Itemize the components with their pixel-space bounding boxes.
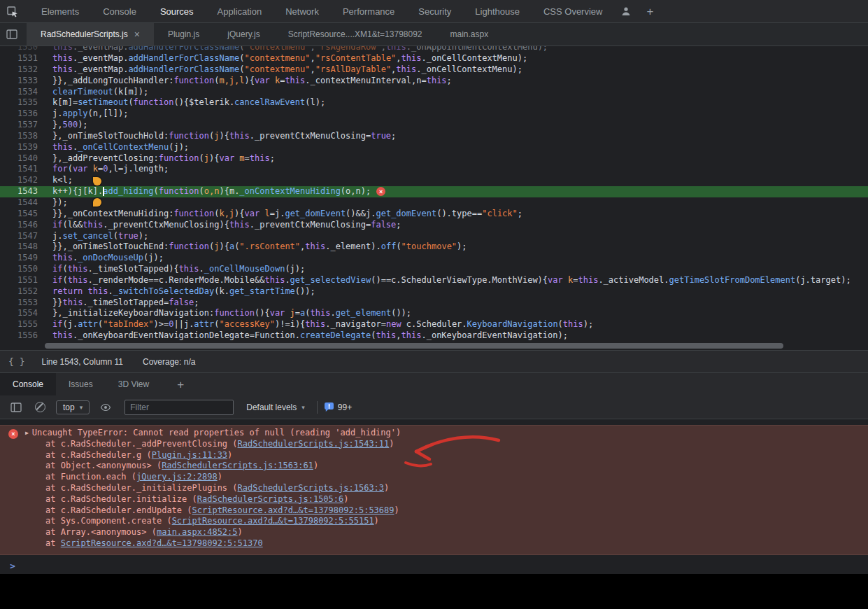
tab-elements[interactable]: Elements: [29, 0, 91, 22]
stack-frame-link[interactable]: RadSchedulerScripts.js:1563:61: [162, 461, 313, 470]
line-number[interactable]: 1538: [0, 131, 43, 142]
line-number[interactable]: 1535: [0, 97, 43, 108]
line-number[interactable]: 1555: [0, 319, 43, 330]
log-levels-select[interactable]: Default levels ▾: [241, 402, 311, 412]
line-number[interactable]: 1552: [0, 286, 43, 298]
code-line-1550[interactable]: 1550if(this._timeSlotTapped){this._onCel…: [0, 264, 868, 275]
line-number[interactable]: 1537: [0, 120, 43, 131]
line-number[interactable]: 1553: [0, 298, 43, 309]
line-number[interactable]: 1541: [0, 164, 43, 175]
pretty-print-button[interactable]: { }: [0, 356, 24, 367]
code-line-1530[interactable]: 1530this._eventMap.addHandlerForClassNam…: [0, 46, 868, 53]
line-number[interactable]: 1543: [0, 186, 43, 197]
file-tab-jquery-js[interactable]: jQuery.js: [213, 23, 273, 46]
file-tab-main-aspx[interactable]: main.aspx: [436, 23, 503, 46]
code-line-1541[interactable]: 1541for(var k=0,l=j.length;: [0, 164, 868, 175]
code-line-1535[interactable]: 1535k[m]=setTimeout(function(){$telerik.…: [0, 97, 868, 108]
tab-network[interactable]: Network: [273, 0, 331, 22]
line-number[interactable]: 1544: [0, 197, 43, 209]
navigator-toggle-button[interactable]: [0, 24, 24, 44]
stack-frame-link[interactable]: main.aspx:4852:5: [157, 527, 238, 537]
stack-frame-link[interactable]: RadSchedulerScripts.js:1563:3: [238, 483, 385, 493]
code-line-1544[interactable]: 1544});: [0, 197, 868, 209]
line-number[interactable]: 1534: [0, 87, 43, 98]
drawer-tab-issues[interactable]: Issues: [56, 373, 106, 396]
javascript-context-select[interactable]: top ▾: [56, 400, 90, 414]
more-tools-button[interactable]: +: [638, 1, 662, 21]
clear-console-button[interactable]: [28, 398, 52, 417]
tab-console[interactable]: Console: [91, 0, 148, 22]
file-tab-plugin-js[interactable]: Plugin.js: [154, 23, 213, 46]
stack-frame-link[interactable]: ScriptResource.axd?d…&t=13798092:5:53689: [192, 505, 394, 515]
profile-button[interactable]: [614, 1, 638, 21]
line-number[interactable]: 1539: [0, 142, 43, 153]
code-line-1553[interactable]: 1553}}this._timeSlotTapped=false;: [0, 298, 868, 309]
line-number[interactable]: 1546: [0, 220, 43, 231]
stack-frame-link[interactable]: Plugin.js:11:33: [152, 450, 227, 460]
line-number[interactable]: 1554: [0, 308, 43, 319]
line-number[interactable]: 1549: [0, 253, 43, 264]
code-line-1543[interactable]: 1543k++){j[k].add_hiding(function(o,n){m…: [0, 186, 868, 197]
code-line-1537[interactable]: 1537},500);: [0, 120, 868, 131]
stack-frame-link[interactable]: RadSchedulerScripts.js:1543:11: [238, 439, 390, 449]
stack-frame-link[interactable]: RadSchedulerScripts.js:1505:6: [197, 494, 344, 504]
code-line-1555[interactable]: 1555if(j.attr("tabIndex")>=0||j.attr("ac…: [0, 319, 868, 330]
selection-handle-start[interactable]: [93, 177, 101, 186]
line-number[interactable]: 1548: [0, 241, 43, 253]
tab-sources[interactable]: Sources: [148, 0, 206, 22]
stack-frame-link[interactable]: ScriptResource.axd?d…&t=13798092:5:55151: [172, 516, 374, 526]
selection-handle-end[interactable]: [93, 198, 101, 206]
line-number[interactable]: 1536: [0, 108, 43, 120]
drawer-tab-console[interactable]: Console: [0, 373, 56, 396]
line-number[interactable]: 1550: [0, 264, 43, 275]
close-icon[interactable]: ×: [134, 29, 140, 39]
line-number[interactable]: 1532: [0, 64, 43, 76]
code-line-1549[interactable]: 1549this._onDocMouseUp(j);: [0, 253, 868, 264]
filter-input[interactable]: [124, 400, 234, 415]
code-line-1554[interactable]: 1554},_initializeKeyboardNavigation:func…: [0, 308, 868, 319]
issues-counter[interactable]: 99+: [324, 402, 352, 412]
code-line-1545[interactable]: 1545}},_onContextMenuHiding:function(k,j…: [0, 209, 868, 220]
file-tab-radschedulerscripts-js[interactable]: RadSchedulerScripts.js×: [27, 23, 154, 46]
code-line-1532[interactable]: 1532this._eventMap.addHandlerForClassNam…: [0, 64, 868, 76]
code-line-1542[interactable]: 1542k<l;: [0, 175, 868, 186]
drawer-tab-3d-view[interactable]: 3D View: [106, 373, 162, 396]
stack-frame-link[interactable]: jQuery.js:2:2898: [136, 472, 218, 482]
code-line-1540[interactable]: 1540},_addPreventClosing:function(j){var…: [0, 153, 868, 164]
inline-error-badge[interactable]: ×: [376, 187, 385, 196]
horizontal-scrollbar[interactable]: [0, 342, 868, 350]
code-line-1548[interactable]: 1548}},_onTimeSlotTouchEnd:function(j){a…: [0, 241, 868, 253]
live-expression-button[interactable]: [94, 398, 118, 417]
source-editor[interactable]: 1530this._eventMap.addHandlerForClassNam…: [0, 46, 868, 342]
tab-security[interactable]: Security: [406, 0, 463, 22]
line-number[interactable]: 1540: [0, 153, 43, 164]
code-line-1533[interactable]: 1533}},_addLongTouchHandler:function(m,j…: [0, 76, 868, 87]
file-tab-scriptresource-xm1-t-13798092[interactable]: ScriptResource....XM1&t=13798092: [274, 23, 436, 46]
line-number[interactable]: 1533: [0, 76, 43, 87]
line-number[interactable]: 1530: [0, 46, 43, 49]
add-drawer-tab-button[interactable]: +: [169, 374, 192, 394]
code-line-1551[interactable]: 1551if(this._renderMode==c.RenderMode.Mo…: [0, 275, 868, 286]
line-number[interactable]: 1556: [0, 330, 43, 342]
console-prompt[interactable]: >: [0, 555, 868, 571]
code-line-1539[interactable]: 1539this._onCellContextMenu(j);: [0, 142, 868, 153]
code-line-1534[interactable]: 1534clearTimeout(k[m]);: [0, 87, 868, 98]
expand-triangle-icon[interactable]: ▶: [25, 430, 29, 436]
code-line-1552[interactable]: 1552return this._switchToSelectedDay(k.g…: [0, 286, 868, 298]
tab-performance[interactable]: Performance: [331, 0, 406, 22]
code-line-1546[interactable]: 1546if(l&&this._preventCtxMenuClosing){t…: [0, 220, 868, 231]
line-number[interactable]: 1551: [0, 275, 43, 286]
code-line-1536[interactable]: 1536j.apply(n,[l]);: [0, 108, 868, 120]
stack-frame-link[interactable]: ScriptResource.axd?d…&t=13798092:5:51370: [61, 538, 263, 548]
code-line-1556[interactable]: 1556this._onKeyboardEventNavigationDeleg…: [0, 330, 868, 342]
line-number[interactable]: 1547: [0, 231, 43, 242]
code-line-1538[interactable]: 1538},_onTimeSlotTouchHold:function(j){t…: [0, 131, 868, 142]
tab-lighthouse[interactable]: Lighthouse: [463, 0, 532, 22]
line-number[interactable]: 1545: [0, 209, 43, 220]
tab-css-overview[interactable]: CSS Overview: [532, 0, 615, 22]
tab-application[interactable]: Application: [206, 0, 274, 22]
inspect-element-button[interactable]: [0, 1, 24, 21]
code-line-1531[interactable]: 1531this._eventMap.addHandlerForClassNam…: [0, 53, 868, 64]
code-line-1547[interactable]: 1547j.set_cancel(true);: [0, 231, 868, 242]
line-number[interactable]: 1531: [0, 53, 43, 64]
